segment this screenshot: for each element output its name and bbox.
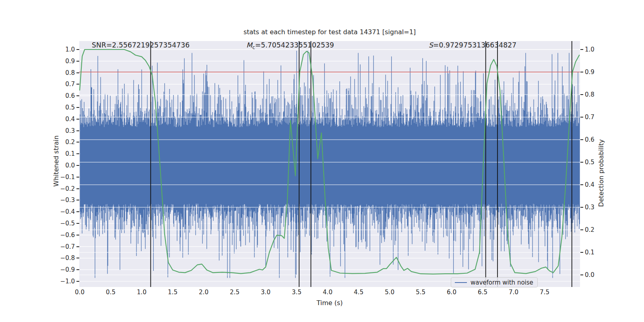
- s-symbol: S: [429, 41, 433, 49]
- y-tick-mark-left: [76, 235, 79, 235]
- s-value: =0.9729753136634827: [433, 41, 516, 49]
- y-tick-label-left: −0.7: [51, 243, 75, 250]
- y-tick-mark-left: [76, 246, 79, 247]
- y-tick-label-left: −1.0: [51, 278, 75, 285]
- snr-value: SNR=2.5567219257354736: [92, 41, 190, 49]
- y-tick-label-left: 0.0: [51, 162, 75, 169]
- y-tick-label-left: −0.8: [51, 254, 75, 262]
- y-tick-label-left: 0.6: [51, 92, 75, 99]
- y-tick-label-left: −0.6: [51, 231, 75, 239]
- y-tick-mark-left: [76, 130, 79, 131]
- x-tick-label: 4.5: [354, 289, 363, 296]
- y-tick-mark-left: [76, 84, 79, 85]
- legend: waveform with noise: [451, 277, 538, 287]
- y-tick-mark-right: [580, 252, 583, 253]
- x-axis-label: Time (s): [316, 299, 343, 307]
- y-tick-label-right: 0.2: [585, 226, 594, 233]
- x-tick-label: 4.0: [323, 289, 332, 296]
- x-tick-label: 2.0: [199, 289, 208, 296]
- x-tick-label: 2.5: [230, 289, 239, 296]
- mc-subscript: c: [252, 45, 255, 50]
- y-tick-label-left: 0.4: [51, 116, 75, 123]
- y-tick-mark-right: [580, 162, 583, 163]
- x-tick-label: 6.5: [478, 289, 487, 296]
- x-tick-label: 5.0: [385, 289, 394, 296]
- y-tick-label-left: 0.8: [51, 69, 75, 76]
- y-tick-mark-left: [76, 49, 79, 50]
- y-tick-label-right: 0.1: [585, 249, 594, 256]
- y-tick-mark-right: [580, 94, 583, 95]
- y-tick-mark-left: [76, 258, 79, 258]
- y-tick-label-right: 0.7: [585, 114, 594, 121]
- annotation-snr: SNR=2.5567219257354736: [92, 41, 190, 49]
- y-tick-mark-left: [76, 142, 79, 142]
- y-tick-mark-left: [76, 188, 79, 189]
- y-tick-label-right: 0.5: [585, 159, 594, 166]
- legend-waveform-label: waveform with noise: [471, 279, 533, 286]
- x-tick-label: 6.0: [447, 289, 456, 296]
- x-tick-label: 0.5: [106, 289, 116, 296]
- y-tick-mark-right: [580, 139, 583, 140]
- y-tick-label-left: −0.1: [51, 173, 75, 181]
- y-tick-mark-right: [580, 229, 583, 230]
- legend-waveform-line-icon: [455, 282, 467, 283]
- y-tick-mark-right: [580, 184, 583, 185]
- y-tick-label-right: 0.4: [585, 181, 594, 188]
- y-tick-label-left: −0.2: [51, 185, 75, 192]
- y-tick-mark-left: [76, 72, 79, 73]
- y-tick-label-right: 0.8: [585, 91, 594, 98]
- y-tick-label-right: 0.0: [585, 271, 594, 279]
- y-tick-mark-left: [76, 153, 79, 154]
- mc-value: =5.705423355102539: [255, 41, 334, 49]
- y-tick-mark-right: [580, 275, 583, 275]
- x-tick-label: 5.5: [416, 289, 425, 296]
- y-tick-mark-left: [76, 200, 79, 200]
- y-tick-label-left: −0.4: [51, 208, 75, 215]
- y-tick-mark-left: [76, 223, 79, 224]
- y-axis-label-right: Detection probability: [597, 139, 605, 207]
- y-tick-mark-left: [76, 95, 79, 96]
- x-tick-label: 7.0: [509, 289, 518, 296]
- y-tick-mark-left: [76, 177, 79, 178]
- y-tick-mark-left: [76, 211, 79, 212]
- y-tick-label-left: 0.9: [51, 58, 75, 65]
- x-tick-label: 1.0: [137, 289, 147, 296]
- y-tick-mark-right: [580, 117, 583, 118]
- y-tick-label-left: 0.7: [51, 80, 75, 88]
- y-tick-label-left: 0.5: [51, 104, 75, 111]
- y-tick-label-right: 0.9: [585, 68, 594, 76]
- y-tick-mark-left: [76, 269, 79, 270]
- annotation-s-stat: S=0.9729753136634827: [429, 41, 516, 49]
- y-tick-label-left: −0.3: [51, 196, 75, 204]
- figure: stats at each timestep for test data 143…: [0, 0, 644, 322]
- chart-title: stats at each timestep for test data 143…: [244, 28, 416, 36]
- y-tick-mark-left: [76, 165, 79, 166]
- x-tick-label: 3.0: [261, 289, 270, 296]
- y-tick-label-left: −0.5: [51, 220, 75, 227]
- y-tick-mark-left: [76, 281, 79, 282]
- y-tick-mark-left: [76, 119, 79, 120]
- x-tick-label: 7.5: [540, 289, 549, 296]
- y-tick-mark-right: [580, 49, 583, 50]
- y-tick-label-right: 0.3: [585, 204, 594, 211]
- x-tick-label: 1.5: [168, 289, 178, 296]
- x-tick-label: 3.5: [292, 289, 301, 296]
- annotation-chirp-mass: Mc=5.705423355102539: [246, 41, 334, 50]
- y-tick-mark-left: [76, 61, 79, 62]
- y-tick-label-left: 0.1: [51, 150, 75, 157]
- y-tick-mark-right: [580, 207, 583, 208]
- y-tick-label-right: 0.6: [585, 136, 594, 143]
- y-tick-mark-left: [76, 107, 79, 108]
- y-tick-label-left: 0.3: [51, 127, 75, 134]
- x-tick-label: 0.0: [75, 289, 85, 296]
- y-tick-label-right: 1.0: [585, 46, 594, 53]
- y-tick-label-left: 0.2: [51, 138, 75, 146]
- y-tick-mark-right: [580, 72, 583, 72]
- mc-symbol: M: [246, 41, 252, 49]
- y-tick-label-left: −0.9: [51, 266, 75, 273]
- y-tick-label-left: 1.0: [51, 46, 75, 53]
